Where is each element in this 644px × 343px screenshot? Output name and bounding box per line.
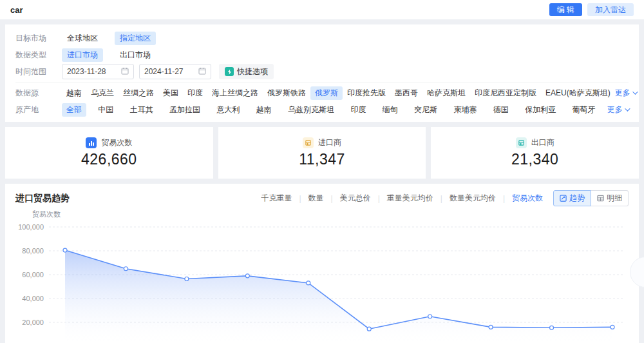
- detail-view-icon: [597, 195, 604, 202]
- origin-item-selected[interactable]: 全部: [62, 103, 86, 117]
- trend-view-icon: [560, 195, 567, 202]
- chevron-down-icon: [625, 106, 630, 111]
- trend-panel: 进口贸易趋势 千克重量| 数量| 美元总价| 重量美元均价| 数量美元均价| 贸…: [5, 184, 639, 343]
- add-to-radar-button[interactable]: 加入雷达: [587, 3, 634, 16]
- top-bar: car 编 辑 加入雷达: [0, 0, 644, 19]
- option-specified-region[interactable]: 指定地区: [115, 32, 156, 45]
- svg-text:40,000: 40,000: [22, 295, 44, 302]
- data-type-row: 数据类型 进口市场 出口市场: [15, 46, 629, 63]
- tab-trade-count[interactable]: 贸易次数: [511, 193, 544, 204]
- stat-cards: 贸易次数 426,660 进口商 11,347 出口商 21,340: [5, 127, 639, 179]
- importer-icon: [303, 137, 314, 148]
- end-date-input[interactable]: 2024-11-27: [139, 64, 211, 79]
- tab-usd-total[interactable]: 美元总价: [339, 193, 372, 204]
- option-global-region[interactable]: 全球地区: [62, 32, 103, 45]
- origin-item[interactable]: 中国: [93, 103, 118, 117]
- source-item[interactable]: 丝绸之路: [118, 86, 158, 100]
- calendar-icon: [198, 67, 206, 77]
- source-item[interactable]: 越南: [62, 86, 86, 100]
- start-date-value: 2023-11-28: [67, 67, 106, 76]
- origin-item[interactable]: 突尼斯: [410, 103, 442, 117]
- source-item[interactable]: 印度抢先版: [343, 86, 390, 100]
- view-toggle: 趋势 明细: [553, 190, 629, 206]
- exporter-label: 出口商: [531, 137, 554, 148]
- importer-label: 进口商: [318, 137, 341, 148]
- source-item[interactable]: 哈萨克斯坦: [422, 86, 470, 100]
- origin-label: 原产地: [15, 104, 62, 115]
- exporter-card: 出口商 21,340: [431, 127, 639, 179]
- source-more-link[interactable]: 更多: [615, 88, 636, 99]
- tab-kg-weight[interactable]: 千克重量: [260, 193, 293, 204]
- quick-options-icon: [225, 67, 234, 76]
- source-item[interactable]: EAEU(哈萨克斯坦): [541, 86, 615, 100]
- source-item[interactable]: 印度尼西亚定制版: [470, 86, 541, 100]
- svg-text:贸易次数: 贸易次数: [32, 210, 61, 218]
- filter-divider: [15, 83, 629, 83]
- source-item[interactable]: 印度: [183, 86, 207, 100]
- bar-chart-icon: [86, 137, 97, 148]
- date-range-label: 时间范围: [15, 66, 62, 77]
- date-range-row: 时间范围 2023-11-28 2024-11-27 快捷选项: [15, 63, 629, 80]
- edit-button[interactable]: 编 辑: [549, 3, 582, 16]
- origin-item[interactable]: 保加利亚: [520, 103, 560, 117]
- origin-row: 原产地 全部 中国 土耳其 孟加拉国 意大利 越南 乌兹别克斯坦 印度 缅甸 突…: [15, 101, 629, 118]
- origin-item[interactable]: 缅甸: [378, 103, 402, 117]
- source-item[interactable]: 乌克兰: [86, 86, 118, 100]
- origin-item[interactable]: 柬埔寨: [449, 103, 481, 117]
- exporter-value: 21,340: [511, 151, 558, 168]
- detail-view-button[interactable]: 明细: [591, 190, 629, 206]
- svg-text:60,000: 60,000: [22, 271, 44, 279]
- origin-item[interactable]: 越南: [252, 103, 276, 117]
- option-import-market[interactable]: 进口市场: [62, 48, 103, 62]
- importer-value: 11,347: [299, 151, 345, 168]
- tab-usd-per-quantity[interactable]: 数量美元均价: [448, 193, 497, 204]
- origin-item[interactable]: 德国: [489, 103, 513, 117]
- calendar-icon: [121, 67, 129, 77]
- chevron-down-icon: [632, 89, 638, 94]
- trade-count-value: 426,660: [81, 151, 137, 168]
- tab-quantity[interactable]: 数量: [307, 193, 325, 204]
- origin-item[interactable]: 孟加拉国: [165, 103, 205, 117]
- target-market-label: 目标市场: [15, 33, 62, 44]
- page-title: car: [10, 5, 23, 15]
- source-item[interactable]: 俄罗斯铁路: [263, 86, 310, 100]
- trend-title: 进口贸易趋势: [15, 193, 70, 204]
- svg-text:100,000: 100,000: [18, 223, 44, 231]
- trade-count-label: 贸易次数: [101, 137, 132, 148]
- origin-more-link[interactable]: 更多: [607, 104, 629, 115]
- metric-tabs: 千克重量| 数量| 美元总价| 重量美元均价| 数量美元均价| 贸易次数 趋势 …: [260, 190, 629, 206]
- data-source-label: 数据源: [15, 88, 62, 99]
- origin-item[interactable]: 乌兹别克斯坦: [283, 103, 339, 117]
- importer-card: 进口商 11,347: [218, 127, 426, 179]
- origin-item[interactable]: 葡萄牙: [567, 103, 600, 117]
- svg-text:20,000: 20,000: [22, 318, 44, 326]
- source-item-selected[interactable]: 俄罗斯: [310, 86, 343, 100]
- source-item[interactable]: 海上丝绸之路: [207, 86, 263, 100]
- end-date-value: 2024-11-27: [144, 67, 184, 76]
- svg-text:80,000: 80,000: [22, 247, 44, 255]
- data-source-row: 数据源 越南 乌克兰 丝绸之路 美国 印度 海上丝绸之路 俄罗斯铁路 俄罗斯 印…: [15, 84, 629, 101]
- option-export-market[interactable]: 出口市场: [115, 48, 156, 62]
- tab-usd-per-weight[interactable]: 重量美元均价: [386, 193, 435, 204]
- origin-item[interactable]: 意大利: [212, 103, 244, 117]
- trend-chart[interactable]: 020,00040,00060,00080,000100,000贸易次数2023…: [15, 209, 629, 343]
- data-type-label: 数据类型: [15, 50, 62, 61]
- trade-count-card: 贸易次数 426,660: [5, 127, 213, 179]
- start-date-input[interactable]: 2023-11-28: [62, 64, 134, 79]
- filter-panel: 目标市场 全球地区 指定地区 数据类型 进口市场 出口市场 时间范围 2023-…: [5, 24, 639, 122]
- quick-options-label: 快捷选项: [237, 66, 268, 77]
- source-item[interactable]: 美国: [158, 86, 183, 100]
- origin-item[interactable]: 土耳其: [126, 103, 158, 117]
- source-item[interactable]: 墨西哥: [390, 86, 422, 100]
- origin-item[interactable]: 印度: [346, 103, 370, 117]
- exporter-icon: [516, 137, 527, 148]
- quick-options-button[interactable]: 快捷选项: [219, 64, 274, 79]
- target-market-row: 目标市场 全球地区 指定地区: [15, 30, 629, 46]
- trend-view-button[interactable]: 趋势: [553, 190, 591, 206]
